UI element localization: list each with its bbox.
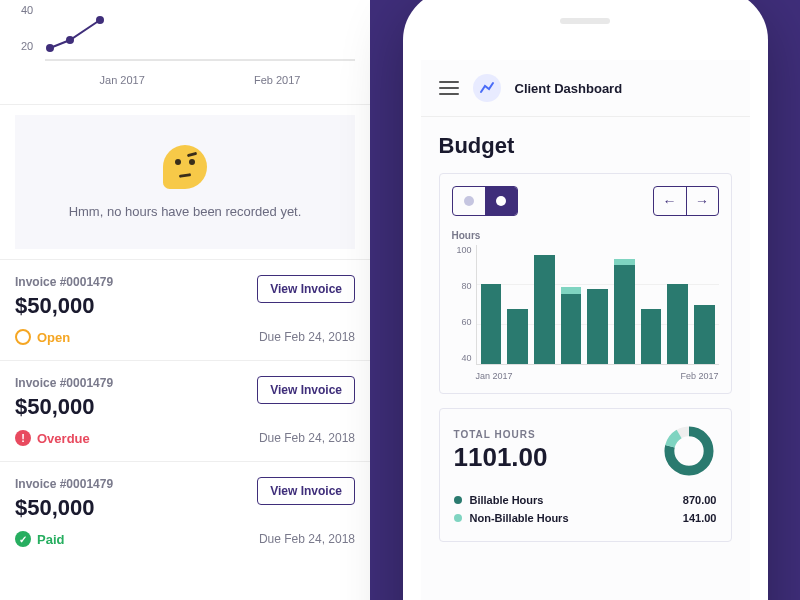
y-tick: 20: [21, 40, 33, 52]
status-badge: ! Overdue: [15, 430, 90, 446]
totals-value: 1101.00: [454, 442, 548, 473]
due-date: Due Feb 24, 2018: [259, 431, 355, 445]
invoice-item: Invoice #0001479 $50,000 View Invoice ! …: [0, 360, 370, 461]
left-panel: 40 20 Jan 2017 Feb 2017 Hmm, no hours ha…: [0, 0, 370, 600]
toggle-option-1[interactable]: [453, 187, 485, 215]
bar: [534, 255, 555, 364]
svg-point-2: [66, 36, 74, 44]
bar: [561, 287, 582, 364]
right-panel: Client Dashboard Budget ← →: [370, 0, 800, 600]
paid-status-icon: ✓: [15, 531, 31, 547]
header-title: Client Dashboard: [515, 81, 623, 96]
status-label: Paid: [37, 532, 64, 547]
svg-point-3: [96, 16, 104, 24]
legend-dot-icon: [454, 496, 462, 504]
invoice-id: Invoice #0001479: [15, 477, 113, 491]
legend-label: Non-Billable Hours: [470, 512, 569, 524]
view-invoice-button[interactable]: View Invoice: [257, 275, 355, 303]
donut-chart: [661, 423, 717, 479]
app-header: Client Dashboard: [421, 60, 750, 117]
invoice-amount: $50,000: [15, 495, 113, 521]
open-status-icon: [15, 329, 31, 345]
next-button[interactable]: →: [686, 187, 718, 215]
y-tick: 60: [452, 317, 472, 327]
budget-chart-card: ← → Hours 100 80 60 40: [439, 173, 732, 394]
phone-mockup: Client Dashboard Budget ← →: [403, 0, 768, 600]
invoice-amount: $50,000: [15, 394, 113, 420]
line-chart: 40 20: [15, 0, 355, 70]
x-label: Jan 2017: [100, 74, 145, 86]
budget-controls: ← →: [452, 186, 719, 216]
view-invoice-button[interactable]: View Invoice: [257, 477, 355, 505]
invoice-id: Invoice #0001479: [15, 376, 113, 390]
y-tick: 80: [452, 281, 472, 291]
empty-state-message: Hmm, no hours have been recorded yet.: [35, 204, 335, 219]
legend-row: Non-Billable Hours 141.00: [454, 509, 717, 527]
prev-button[interactable]: ←: [654, 187, 686, 215]
bar-chart-title: Hours: [452, 230, 719, 241]
bar-y-axis: 100 80 60 40: [452, 245, 476, 365]
invoice-item: Invoice #0001479 $50,000 View Invoice Op…: [0, 259, 370, 360]
period-nav: ← →: [653, 186, 719, 216]
brand-icon: [473, 74, 501, 102]
bar: [507, 309, 528, 364]
invoice-item: Invoice #0001479 $50,000 View Invoice ✓ …: [0, 461, 370, 562]
hamburger-menu-icon[interactable]: [439, 81, 459, 95]
phone-screen: Client Dashboard Budget ← →: [421, 60, 750, 600]
bar-chart: 100 80 60 40: [452, 245, 719, 365]
status-label: Open: [37, 330, 70, 345]
view-invoice-button[interactable]: View Invoice: [257, 376, 355, 404]
legend-row: Billable Hours 870.00: [454, 491, 717, 509]
line-chart-x-labels: Jan 2017 Feb 2017: [15, 70, 355, 94]
status-badge: ✓ Paid: [15, 531, 64, 547]
thinking-emoji-icon: [163, 145, 207, 189]
y-tick: 100: [452, 245, 472, 255]
bar: [667, 284, 688, 364]
legend-dot-icon: [454, 514, 462, 522]
budget-title: Budget: [439, 133, 732, 159]
x-label: Feb 2017: [254, 74, 300, 86]
invoice-id: Invoice #0001479: [15, 275, 113, 289]
legend-value: 870.00: [683, 494, 717, 506]
bar: [481, 284, 502, 364]
totals-card: TOTAL HOURS 1101.00: [439, 408, 732, 542]
bar-x-labels: Jan 2017 Feb 2017: [452, 365, 719, 381]
empty-state-card: Hmm, no hours have been recorded yet.: [15, 115, 355, 249]
budget-section: Budget ← → Hours: [421, 117, 750, 558]
totals-label: TOTAL HOURS: [454, 429, 548, 440]
bar: [614, 259, 635, 364]
legend-label: Billable Hours: [470, 494, 544, 506]
y-tick: 40: [21, 4, 33, 16]
due-date: Due Feb 24, 2018: [259, 532, 355, 546]
overdue-status-icon: !: [15, 430, 31, 446]
x-label: Jan 2017: [476, 371, 513, 381]
invoice-list: Invoice #0001479 $50,000 View Invoice Op…: [0, 259, 370, 600]
svg-point-1: [46, 44, 54, 52]
x-label: Feb 2017: [680, 371, 718, 381]
legend-value: 141.00: [683, 512, 717, 524]
bar: [641, 309, 662, 364]
view-toggle: [452, 186, 518, 216]
toggle-option-2[interactable]: [485, 187, 517, 215]
status-label: Overdue: [37, 431, 90, 446]
bar: [587, 289, 608, 364]
bar: [694, 305, 715, 365]
due-date: Due Feb 24, 2018: [259, 330, 355, 344]
status-badge: Open: [15, 329, 70, 345]
legend: Billable Hours 870.00 Non-Billable Hours…: [454, 491, 717, 527]
invoice-amount: $50,000: [15, 293, 113, 319]
y-tick: 40: [452, 353, 472, 363]
line-chart-card: 40 20 Jan 2017 Feb 2017: [0, 0, 370, 105]
bar-plot: [476, 245, 719, 365]
